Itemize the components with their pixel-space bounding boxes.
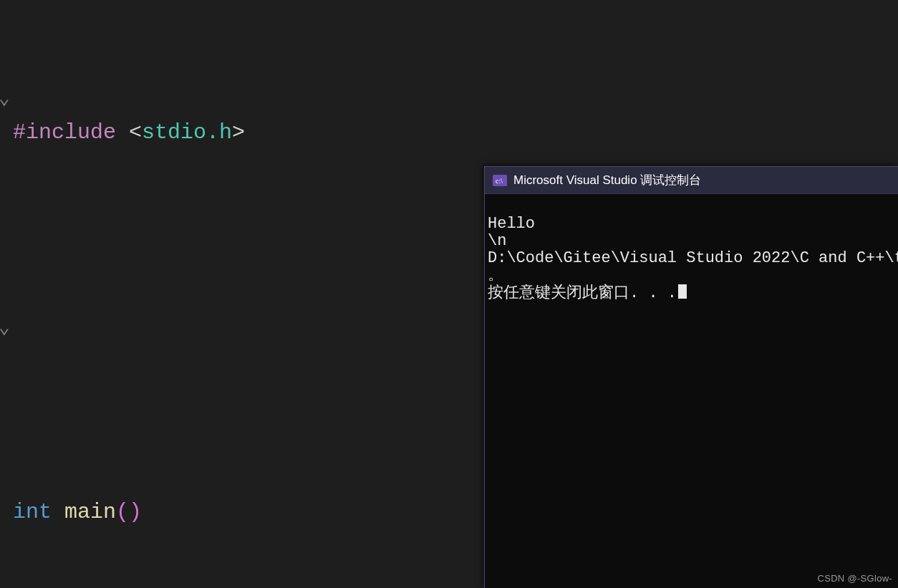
fold-icon[interactable]: ⌄ — [0, 309, 10, 347]
code-line[interactable]: int main() — [13, 493, 348, 531]
token-paren: ) — [129, 500, 142, 524]
console-cursor — [678, 284, 687, 299]
token-paren: ( — [116, 500, 129, 524]
token-function: main — [64, 500, 116, 524]
console-line: D:\Code\Gitee\Visual Studio 2022\C and C… — [488, 249, 898, 267]
token-keyword: int — [13, 500, 52, 524]
code-line[interactable] — [13, 304, 348, 342]
console-line: Hello — [488, 215, 535, 233]
console-line: 。 — [488, 266, 503, 284]
console-line: \n — [488, 232, 506, 250]
token-header-name: stdio.h — [142, 120, 232, 145]
token-preprocessor: #include — [13, 120, 116, 145]
watermark-text: CSDN @-SGlow- — [818, 573, 893, 584]
console-title-text: Microsoft Visual Studio 调试控制台 — [513, 172, 701, 188]
console-output[interactable]: Hello \n D:\Code\Gitee\Visual Studio 202… — [485, 194, 898, 322]
debug-console-window[interactable]: c:\ Microsoft Visual Studio 调试控制台 Hello … — [484, 166, 898, 588]
console-app-icon: c:\ — [492, 174, 508, 187]
svg-text:c:\: c:\ — [496, 177, 503, 185]
code-body[interactable]: #include <stdio.h> int main() { char arr… — [13, 0, 348, 588]
code-line[interactable]: #include <stdio.h> — [13, 114, 348, 152]
editor-gutter: ⌄ ⌄ — [0, 0, 9, 588]
console-line: 按任意键关闭此窗口. . . — [488, 284, 677, 302]
fold-icon[interactable]: ⌄ — [0, 80, 10, 118]
console-titlebar[interactable]: c:\ Microsoft Visual Studio 调试控制台 — [485, 167, 898, 194]
token-angle-open: < — [129, 120, 142, 145]
token-angle-close: > — [232, 120, 245, 145]
